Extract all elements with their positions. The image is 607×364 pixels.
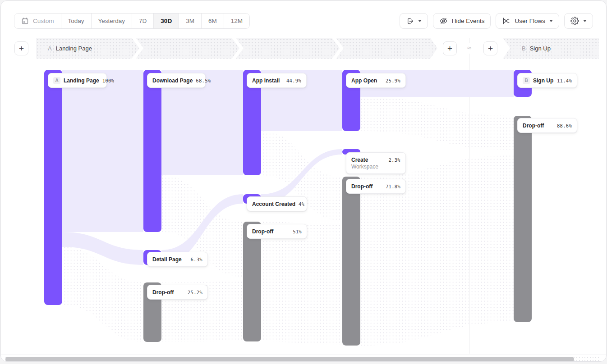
horizontal-scrollbar-thumb[interactable] xyxy=(5,357,574,362)
node-card-create-workspace[interactable]: Create 2.3% Workspace xyxy=(346,152,406,174)
node-card-app-install[interactable]: App Install 44.9% xyxy=(247,73,307,88)
node-value: 88.6% xyxy=(557,123,572,128)
node-label: Drop-off xyxy=(252,228,273,235)
node-badge: A xyxy=(53,77,60,84)
node-value: 44.9% xyxy=(286,78,301,83)
flow-landing-download xyxy=(62,70,143,232)
horizontal-scrollbar-track[interactable] xyxy=(5,356,601,362)
node-bar-dropoff-step3[interactable] xyxy=(243,222,261,341)
node-label-line1: Create xyxy=(351,157,386,163)
node-card-download-page[interactable]: Download Page 68.5% xyxy=(147,73,206,88)
node-value: 2.3% xyxy=(389,157,401,163)
node-value: 4% xyxy=(299,201,304,207)
node-card-sign-up[interactable]: B Sign Up 11.4% xyxy=(517,73,577,88)
node-card-account-created[interactable]: Account Created 4% xyxy=(247,196,307,211)
node-label: App Install xyxy=(252,77,280,84)
node-value: 6.3% xyxy=(191,257,203,262)
node-label: Account Created xyxy=(252,201,295,207)
node-card-landing-page[interactable]: A Landing Page 100% xyxy=(48,73,107,88)
user-flows-page: Custom Today Yesterday 7D 30D 3M 6M 12M xyxy=(0,0,607,362)
node-bar-dropoff-step4[interactable] xyxy=(342,177,360,346)
node-value: 11.4% xyxy=(557,78,572,83)
node-label: Detail Page xyxy=(152,256,182,263)
node-bar-dropoff-step5[interactable] xyxy=(514,116,532,322)
node-label: Drop-off xyxy=(351,183,372,190)
node-card-dropoff-step4[interactable]: Drop-off 71.8% xyxy=(346,179,406,194)
node-card-app-open[interactable]: App Open 25.9% xyxy=(346,73,406,88)
node-value: 51% xyxy=(293,229,302,234)
node-value: 100% xyxy=(102,78,115,83)
content-bottom-border xyxy=(1,355,606,355)
node-value: 68.5% xyxy=(196,78,211,83)
node-label: Landing Page xyxy=(64,77,99,84)
node-value: 25.9% xyxy=(386,78,400,83)
node-card-detail-page[interactable]: Detail Page 6.3% xyxy=(147,252,208,267)
node-label: Sign Up xyxy=(533,77,553,84)
node-label-line2: Workspace xyxy=(351,164,400,170)
node-label: App Open xyxy=(351,77,377,84)
node-value: 71.8% xyxy=(386,184,400,189)
node-bar-download-page[interactable] xyxy=(143,70,161,232)
node-label: Drop-off xyxy=(523,123,544,129)
node-label: Drop-off xyxy=(152,289,174,296)
flow-dropoff3-dropoff4 xyxy=(261,222,342,345)
node-value: 25.2% xyxy=(188,290,202,295)
node-card-dropoff-step3[interactable]: Drop-off 51% xyxy=(247,224,307,239)
node-label: Download Page xyxy=(152,77,193,84)
node-card-dropoff-step5[interactable]: Drop-off 88.6% xyxy=(517,118,577,133)
node-card-dropoff-step2[interactable]: Drop-off 25.2% xyxy=(147,285,208,300)
flow-appopen-dropoff xyxy=(360,97,514,150)
node-badge: B xyxy=(523,77,530,84)
node-bar-landing-page[interactable] xyxy=(44,70,62,305)
